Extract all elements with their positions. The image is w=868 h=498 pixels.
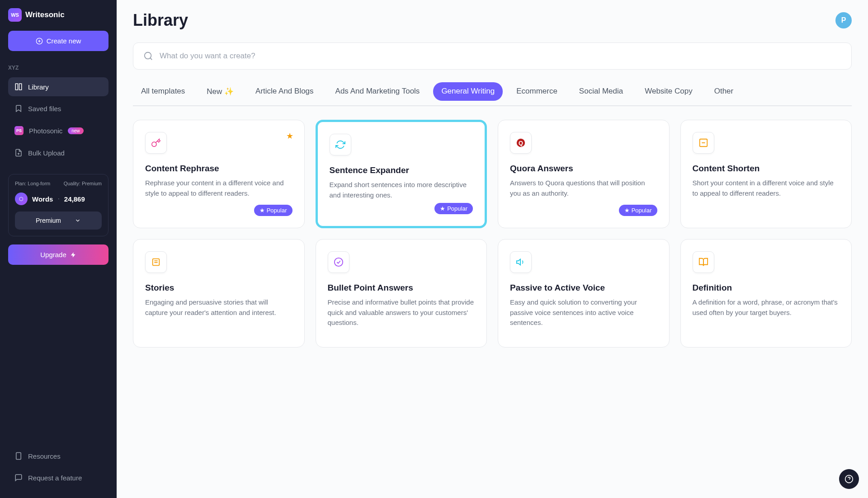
- nav-main: LibrarySaved filesPSPhotosonicnewBulk Up…: [8, 77, 108, 165]
- popular-badge: ★Popular: [434, 203, 473, 214]
- card-icon: [510, 251, 532, 273]
- template-card-definition[interactable]: DefinitionA definition for a word, phras…: [680, 239, 852, 348]
- card-title: Definition: [693, 283, 840, 293]
- tab-other[interactable]: Other: [706, 82, 742, 101]
- words-icon: ⬡: [15, 193, 28, 205]
- sidebar-item-bulk-upload[interactable]: Bulk Upload: [8, 143, 108, 162]
- library-icon: [14, 83, 23, 91]
- template-card-stories[interactable]: StoriesEngaging and persuasive stories t…: [133, 239, 305, 348]
- sidebar-item-photosonic[interactable]: PSPhotosonicnew: [8, 121, 108, 141]
- template-card-sentence-expander[interactable]: Sentence ExpanderExpand short sentences …: [316, 120, 487, 228]
- brand-logo[interactable]: WS Writesonic: [8, 8, 108, 22]
- card-icon: [328, 251, 349, 273]
- workspace-label: XYZ: [8, 65, 108, 71]
- svg-rect-4: [19, 84, 22, 90]
- nav-item-label: Resources: [28, 452, 61, 460]
- nav-bottom: ResourcesRequest a feature: [8, 446, 108, 490]
- tab-social-media[interactable]: Social Media: [571, 82, 631, 101]
- create-new-button[interactable]: Create new: [8, 31, 108, 51]
- card-icon: [145, 132, 167, 154]
- search-icon: [143, 51, 153, 61]
- svg-point-9: [145, 52, 151, 59]
- template-card-passive-to-active-voice[interactable]: Passive to Active VoiceEasy and quick so…: [498, 239, 670, 348]
- user-avatar[interactable]: P: [835, 12, 852, 28]
- nav-item-label: Saved files: [28, 105, 61, 113]
- search-input[interactable]: [160, 52, 841, 61]
- sidebar-item-saved-files[interactable]: Saved files: [8, 99, 108, 118]
- category-tabs: All templatesNew ✨Article And BlogsAds A…: [133, 82, 852, 106]
- card-description: Precise and informative bullet points th…: [328, 297, 475, 328]
- svg-point-18: [334, 258, 342, 266]
- card-title: Content Rephrase: [145, 164, 292, 174]
- template-card-content-rephrase[interactable]: ★Content RephraseRephrase your content i…: [133, 120, 305, 228]
- page-title: Library: [133, 11, 188, 30]
- new-badge: new: [68, 127, 83, 134]
- card-icon: [145, 251, 167, 273]
- plan-box: Plan: Long-form Quality: Premium ⬡ Words…: [8, 174, 108, 236]
- sidebar-item-resources[interactable]: Resources: [8, 446, 108, 465]
- template-card-quora-answers[interactable]: QQuora AnswersAnswers to Quora questions…: [498, 120, 670, 228]
- plus-circle-icon: [36, 38, 43, 45]
- help-icon: [844, 475, 854, 484]
- tab-ecommerce[interactable]: Ecommerce: [508, 82, 566, 101]
- card-description: Expand short sentences into more descrip…: [330, 180, 473, 200]
- tier-select[interactable]: Premium: [15, 211, 102, 230]
- card-title: Content Shorten: [693, 164, 840, 174]
- photosonic-icon: PS: [14, 126, 24, 135]
- star-icon: ★: [440, 205, 445, 212]
- card-title: Stories: [145, 283, 292, 293]
- card-title: Quora Answers: [510, 164, 657, 174]
- sidebar-item-request-a-feature[interactable]: Request a feature: [8, 468, 108, 487]
- tab-website-copy[interactable]: Website Copy: [637, 82, 701, 101]
- upgrade-button[interactable]: Upgrade: [8, 244, 108, 265]
- card-icon: [330, 134, 351, 155]
- sidebar: WS Writesonic Create new XYZ LibrarySave…: [0, 0, 117, 498]
- help-button[interactable]: [839, 469, 859, 489]
- tab-article-and-blogs[interactable]: Article And Blogs: [247, 82, 322, 101]
- chat-icon: [14, 474, 23, 482]
- card-title: Sentence Expander: [330, 165, 473, 175]
- template-card-bullet-point-answers[interactable]: Bullet Point AnswersPrecise and informat…: [316, 239, 487, 348]
- svg-line-10: [150, 58, 152, 60]
- card-icon: [693, 251, 714, 273]
- star-icon: ★: [259, 207, 265, 214]
- card-description: Short your content in a different voice …: [693, 178, 840, 198]
- template-card-content-shorten[interactable]: Content ShortenShort your content in a d…: [680, 120, 852, 228]
- svg-text:Q: Q: [519, 140, 523, 146]
- svg-marker-19: [517, 259, 520, 265]
- upgrade-label: Upgrade: [40, 251, 66, 258]
- card-description: Answers to Quora questions that will pos…: [510, 178, 657, 198]
- card-description: Easy and quick solution to converting yo…: [510, 297, 657, 328]
- nav-item-label: Bulk Upload: [28, 149, 65, 157]
- sidebar-item-library[interactable]: Library: [8, 77, 108, 96]
- plan-label: Plan: Long-form: [15, 181, 50, 186]
- main-content: Library P All templatesNew ✨Article And …: [117, 0, 868, 498]
- nav-item-label: Request a feature: [28, 474, 82, 482]
- card-description: A definition for a word, phrase, or acro…: [693, 297, 840, 318]
- chevron-down-icon: [75, 217, 81, 224]
- words-label: Words: [32, 195, 53, 203]
- upload-icon: [14, 149, 23, 157]
- create-label: Create new: [47, 37, 81, 45]
- nav-item-label: Library: [28, 83, 49, 91]
- search-box[interactable]: [133, 42, 852, 70]
- words-counter: ⬡ Words · 24,869: [15, 193, 102, 205]
- nav-item-label: Photosonic: [29, 127, 62, 135]
- star-icon: ★: [286, 131, 293, 141]
- bookmark-icon: [14, 104, 23, 113]
- svg-rect-3: [15, 84, 18, 90]
- words-count: 24,869: [64, 195, 85, 203]
- brand-name: Writesonic: [25, 10, 65, 19]
- popular-badge: ★Popular: [619, 205, 657, 216]
- tab-ads-and-marketing-tools[interactable]: Ads And Marketing Tools: [327, 82, 428, 101]
- tab-general-writing[interactable]: General Writing: [433, 82, 503, 101]
- tab-new-[interactable]: New ✨: [198, 82, 242, 101]
- card-icon: [693, 132, 714, 154]
- card-icon: Q: [510, 132, 532, 154]
- card-title: Passive to Active Voice: [510, 283, 657, 293]
- card-description: Engaging and persuasive stories that wil…: [145, 297, 292, 318]
- device-icon: [14, 452, 23, 460]
- popular-badge: ★Popular: [254, 205, 292, 216]
- bolt-icon: [70, 252, 76, 258]
- tab-all-templates[interactable]: All templates: [133, 82, 193, 101]
